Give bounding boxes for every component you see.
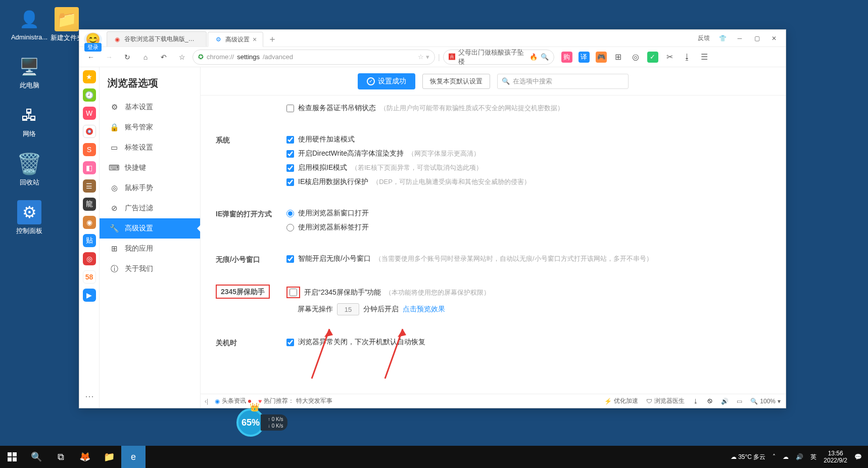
address-bar[interactable]: ✪ chrome://settings/advanced ☆ ▾ bbox=[192, 50, 435, 65]
tray-ime-indicator[interactable]: 英 bbox=[810, 453, 816, 461]
restore-defaults-button[interactable]: 恢复本页默认设置 bbox=[422, 74, 490, 89]
nav-tabs[interactable]: ▭标签设置 bbox=[100, 137, 200, 158]
quick-fire-icon[interactable]: ◉ bbox=[83, 216, 96, 229]
hot-search-box[interactable]: 🅰 父母出门做核酸孩子坠楼 🔥 🔍 bbox=[443, 50, 554, 65]
tab-google-download[interactable]: ◉ 谷歌浏览器下载电脑版_谷歌浏… bbox=[107, 31, 207, 46]
settings-search-input[interactable]: 🔍在选项中搜索 bbox=[497, 74, 629, 89]
desktop-icon-network[interactable]: 🖧网络 bbox=[9, 103, 50, 138]
start-button[interactable] bbox=[0, 446, 24, 468]
optimize-link[interactable]: ⚡优化加速 bbox=[604, 397, 638, 405]
reload-button[interactable]: ↻ bbox=[120, 50, 135, 65]
apps-grid-icon[interactable]: ⊞ bbox=[613, 52, 624, 63]
login-badge[interactable]: 登录 bbox=[84, 43, 102, 52]
net-speed-panel: ↑ 0 K/s ↓ 0 K/s bbox=[261, 414, 287, 431]
nav-about[interactable]: ⓘ关于我们 bbox=[100, 259, 200, 279]
check-icon[interactable]: ✓ bbox=[647, 52, 658, 63]
checkbox-dep[interactable] bbox=[286, 178, 294, 186]
close-tab-icon[interactable]: × bbox=[253, 35, 257, 43]
target-icon[interactable]: ◎ bbox=[630, 52, 641, 63]
checkbox-hw-accel[interactable] bbox=[286, 136, 294, 144]
scissors-icon[interactable]: ✂ bbox=[664, 52, 676, 63]
taskbar-edge-icon[interactable]: e bbox=[121, 446, 146, 468]
quick-list-icon[interactable]: ☰ bbox=[83, 179, 96, 193]
block-count-icon[interactable]: 🛇 bbox=[707, 398, 713, 405]
preview-link[interactable]: 点击预览效果 bbox=[403, 305, 445, 314]
desktop-icon-recycle-bin[interactable]: 🗑️回收站 bbox=[9, 152, 50, 187]
split-mode-icon[interactable]: ▭ bbox=[737, 398, 742, 405]
headlines-link[interactable]: ◉头条资讯 bbox=[215, 397, 251, 405]
tray-volume-icon[interactable]: 🔊 bbox=[796, 453, 803, 460]
checkbox-smart-incognito[interactable] bbox=[286, 255, 294, 263]
taskbar-firefox-icon[interactable]: 🦊 bbox=[73, 446, 97, 468]
quick-split-icon[interactable]: ◧ bbox=[83, 161, 96, 174]
download-icon[interactable]: ⭳ bbox=[682, 52, 693, 63]
quick-58-icon[interactable]: 58 bbox=[83, 270, 96, 284]
search-icon[interactable]: 🔍 bbox=[541, 53, 549, 61]
zoom-indicator[interactable]: 🔍 100% ▾ bbox=[750, 398, 781, 405]
nav-basic[interactable]: ⚙基本设置 bbox=[100, 97, 200, 117]
radio-ie-new-window[interactable] bbox=[286, 210, 294, 217]
game-icon[interactable]: 🎮 bbox=[596, 52, 607, 63]
quick-s-icon[interactable]: S bbox=[83, 143, 96, 156]
quick-chrome-icon[interactable] bbox=[83, 125, 96, 138]
minimize-button[interactable]: ─ bbox=[735, 34, 744, 43]
home-button[interactable]: ⌂ bbox=[138, 50, 153, 65]
desktop-icon-this-pc[interactable]: 🖥️此电脑 bbox=[9, 55, 50, 90]
nav-mouse-gesture[interactable]: ◎鼠标手势 bbox=[100, 178, 200, 198]
idle-before-label: 屏幕无操作 bbox=[298, 305, 333, 314]
nav-password[interactable]: 🔒账号管家 bbox=[100, 117, 200, 137]
maximize-button[interactable]: ▢ bbox=[752, 34, 761, 43]
close-window-button[interactable]: ✕ bbox=[769, 34, 779, 43]
taskbar-search-icon[interactable]: 🔍 bbox=[24, 446, 49, 468]
back-button[interactable]: ← bbox=[83, 50, 99, 65]
collapse-sidebar-icon[interactable]: ‹| bbox=[205, 398, 208, 405]
quick-star-icon[interactable]: ★ bbox=[83, 70, 96, 83]
weather-widget[interactable]: ☁ 35°C 多云 bbox=[731, 453, 766, 461]
quick-wps-icon[interactable]: W bbox=[83, 107, 96, 120]
taskbar-explorer-icon[interactable]: 📁 bbox=[97, 446, 121, 468]
nav-shortcuts[interactable]: ⌨快捷键 bbox=[100, 158, 200, 178]
hot-recommend[interactable]: ♥热门推荐：特大突发军事 bbox=[258, 397, 332, 405]
keyboard-icon: ⌨ bbox=[110, 163, 119, 172]
radio-ie-new-tab[interactable] bbox=[286, 224, 294, 231]
task-view-icon[interactable]: ⧉ bbox=[49, 446, 73, 468]
status-bar: ‹| ◉头条资讯 ♥热门推荐：特大突发军事 ⚡优化加速 🛡浏览器医生 ⭳ 🛇 🔊… bbox=[201, 394, 786, 408]
quick-tie-icon[interactable]: 贴 bbox=[83, 234, 96, 247]
doctor-link[interactable]: 🛡浏览器医生 bbox=[646, 397, 685, 405]
star-dropdown-icon[interactable]: ☆ ▾ bbox=[418, 53, 429, 61]
tray-onedrive-icon[interactable]: ☁ bbox=[783, 453, 789, 460]
nav-my-apps[interactable]: ⊞我的应用 bbox=[100, 239, 200, 259]
feedback-link[interactable]: 反馈 bbox=[698, 34, 710, 42]
quick-clock-icon[interactable]: 🕘 bbox=[83, 88, 96, 102]
tray-notifications-icon[interactable]: 💬 bbox=[854, 453, 862, 460]
desktop-icon-control-panel[interactable]: ⚙控制面板 bbox=[9, 200, 50, 236]
download-mgr-icon[interactable]: ⭳ bbox=[693, 398, 699, 405]
user-avatar[interactable]: 😊 登录 bbox=[79, 30, 107, 46]
nav-advanced[interactable]: 🔧高级设置 bbox=[100, 218, 200, 239]
menu-icon[interactable]: ☰ bbox=[699, 52, 710, 63]
new-tab-button[interactable]: ＋ bbox=[264, 31, 280, 46]
favorite-button[interactable]: ☆ bbox=[174, 50, 189, 65]
nav-adblock[interactable]: ⊘广告过滤 bbox=[100, 198, 200, 218]
desktop-icon-admin[interactable]: 👤Administra... bbox=[9, 7, 50, 41]
checkbox-cert-revoke[interactable] bbox=[286, 105, 294, 112]
checkbox-enable-screensaver[interactable] bbox=[290, 289, 297, 296]
tray-chevron-icon[interactable]: ˄ bbox=[773, 453, 776, 460]
shop-icon[interactable]: 购 bbox=[561, 52, 572, 63]
volume-icon[interactable]: 🔊 bbox=[721, 398, 729, 405]
tray-clock[interactable]: 13:56 2022/9/2 bbox=[824, 450, 847, 464]
quick-dragon-icon[interactable]: 龍 bbox=[83, 198, 96, 211]
skin-icon[interactable]: 👕 bbox=[718, 34, 727, 43]
quick-more-icon[interactable]: ⋯ bbox=[85, 391, 94, 402]
idle-minutes-input[interactable] bbox=[337, 303, 359, 315]
checkbox-ie-mode[interactable] bbox=[286, 164, 294, 172]
translate-icon[interactable]: 译 bbox=[578, 52, 590, 63]
tab-advanced-settings[interactable]: ⚙ 高级设置 × bbox=[208, 32, 263, 47]
checkbox-directwrite[interactable] bbox=[286, 150, 294, 158]
floating-perf-widget[interactable]: 👑 65% ↑ 0 K/s ↓ 0 K/s bbox=[236, 408, 287, 437]
undo-button[interactable]: ↶ bbox=[156, 50, 171, 65]
quick-video-icon[interactable]: ▶ bbox=[83, 289, 96, 302]
forward-button[interactable]: → bbox=[102, 50, 117, 65]
quick-music-icon[interactable]: ◎ bbox=[83, 252, 96, 265]
checkbox-auto-restore[interactable] bbox=[286, 339, 294, 346]
